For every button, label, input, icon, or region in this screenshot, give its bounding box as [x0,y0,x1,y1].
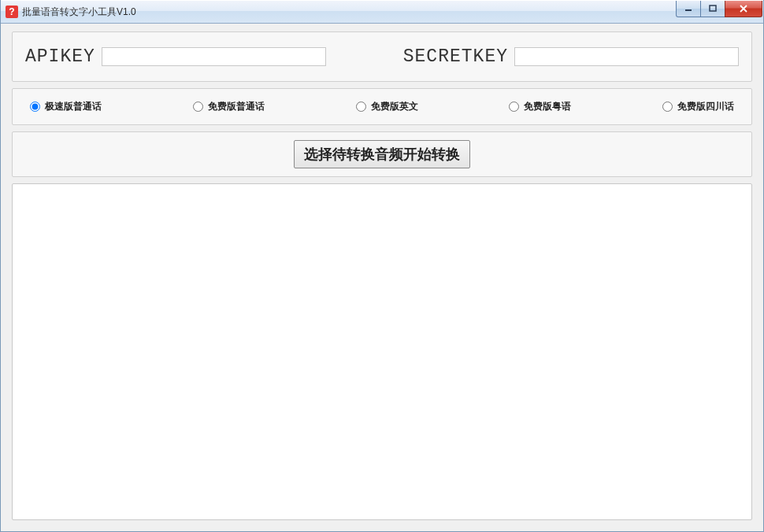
action-panel: 选择待转换音频开始转换 [12,131,752,177]
radio-input[interactable] [193,102,203,112]
titlebar[interactable]: ? 批量语音转文字小工具V1.0 [1,0,763,24]
minimize-icon [684,5,692,13]
api-keys-panel: APIKEY SECRETKEY [12,31,752,82]
radio-option-free-mandarin[interactable]: 免费版普通话 [193,100,265,113]
client-area: APIKEY SECRETKEY 极速版普通话 免费版普通话 免费版英文 免费版… [1,24,763,531]
radio-input[interactable] [356,102,366,112]
output-textarea[interactable] [12,183,752,520]
apikey-label: APIKEY [25,46,95,67]
apikey-field[interactable] [102,47,326,66]
maximize-icon [709,5,717,13]
radio-label: 免费版粤语 [524,100,571,113]
secretkey-field[interactable] [514,47,739,66]
radio-option-free-sichuanese[interactable]: 免费版四川话 [662,100,734,113]
radio-option-fast-mandarin[interactable]: 极速版普通话 [30,100,102,113]
window-controls [677,1,763,17]
language-options-panel: 极速版普通话 免费版普通话 免费版英文 免费版粤语 免费版四川话 [12,88,752,125]
svg-rect-1 [710,6,716,11]
close-button[interactable] [725,1,762,17]
close-icon [739,5,748,13]
maximize-button[interactable] [700,1,725,17]
radio-label: 极速版普通话 [45,100,102,113]
radio-input[interactable] [509,102,519,112]
radio-label: 免费版英文 [371,100,418,113]
app-icon: ? [6,6,18,18]
window-title: 批量语音转文字小工具V1.0 [22,6,136,19]
radio-label: 免费版普通话 [208,100,265,113]
secretkey-label: SECRETKEY [403,46,508,67]
minimize-button[interactable] [676,1,701,17]
svg-rect-0 [685,9,692,11]
radio-label: 免费版四川话 [677,100,734,113]
radio-input[interactable] [662,102,673,112]
radio-option-free-english[interactable]: 免费版英文 [356,100,418,113]
app-icon-glyph: ? [9,7,14,17]
radio-input[interactable] [30,102,40,112]
select-audio-and-convert-button[interactable]: 选择待转换音频开始转换 [294,140,470,168]
app-window: ? 批量语音转文字小工具V1.0 APIKEY [0,0,764,532]
radio-option-free-cantonese[interactable]: 免费版粤语 [509,100,571,113]
